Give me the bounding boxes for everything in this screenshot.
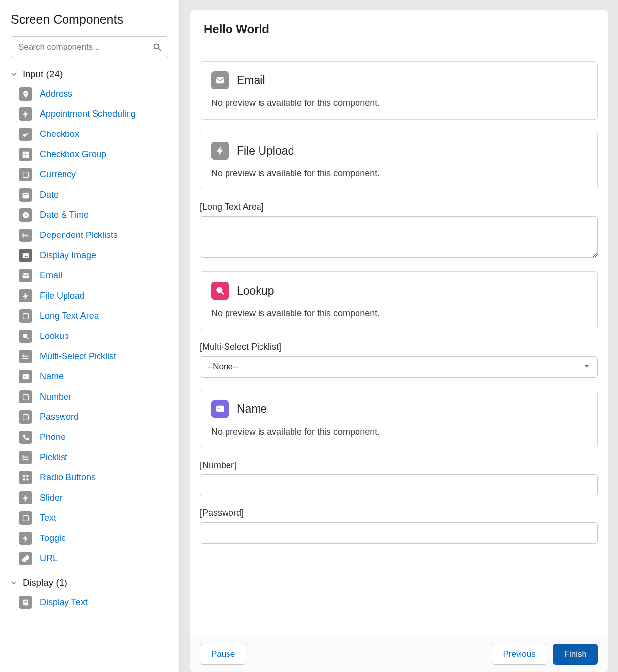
component-label: Lookup: [40, 331, 69, 341]
component-label: Number: [40, 392, 71, 402]
preview-block[interactable]: File UploadNo preview is available for t…: [200, 132, 598, 190]
svg-rect-6: [26, 155, 28, 157]
component-item[interactable]: Number: [0, 387, 179, 407]
svg-point-42: [26, 475, 28, 477]
component-item[interactable]: Text: [0, 508, 179, 528]
svg-point-21: [23, 334, 27, 337]
component-item[interactable]: Checkbox: [0, 124, 179, 144]
component-label: Date: [40, 190, 59, 200]
component-label: Address: [40, 89, 72, 99]
component-item[interactable]: Name: [0, 367, 179, 387]
link-icon: [19, 552, 32, 565]
bolt-icon: [211, 142, 229, 160]
component-label: File Upload: [40, 291, 85, 301]
search-icon: [211, 282, 229, 300]
component-item[interactable]: Phone: [0, 427, 179, 447]
svg-rect-4: [26, 152, 28, 154]
search-box[interactable]: [11, 36, 168, 58]
box-icon: [19, 410, 32, 424]
component-label: Long Text Area: [40, 311, 99, 321]
svg-line-52: [222, 292, 224, 295]
component-label: Password: [40, 412, 79, 422]
component-item[interactable]: File Upload: [0, 286, 179, 306]
svg-rect-57: [221, 409, 223, 409]
component-item[interactable]: Lookup: [0, 326, 179, 346]
box-icon: [19, 390, 32, 403]
component-item[interactable]: Email: [0, 266, 179, 286]
component-label: Display Image: [40, 250, 96, 261]
multi-select-picklist[interactable]: --None--: [200, 356, 598, 378]
component-item[interactable]: Multi-Select Picklist: [0, 346, 179, 367]
component-item[interactable]: URL: [0, 548, 179, 569]
bolt-icon: [19, 107, 32, 121]
mail-icon: [211, 71, 229, 89]
component-item[interactable]: Checkbox Group: [0, 144, 179, 165]
svg-point-39: [23, 457, 23, 458]
component-item[interactable]: Display Text: [0, 592, 179, 612]
svg-line-1: [159, 49, 161, 51]
preview-subtext: No preview is available for this compone…: [211, 98, 586, 108]
box-icon: [19, 309, 32, 323]
group-label: Display (1): [23, 577, 67, 588]
component-item[interactable]: Password: [0, 407, 179, 427]
password-input[interactable]: [200, 522, 598, 544]
phone-icon: [19, 431, 32, 444]
field-label: [Password]: [200, 508, 598, 518]
check-icon: [19, 128, 32, 141]
preview-block[interactable]: EmailNo preview is available for this co…: [200, 61, 598, 120]
number-input[interactable]: [200, 474, 598, 496]
component-item[interactable]: Appointment Scheduling: [0, 104, 179, 124]
preview-block[interactable]: LookupNo preview is available for this c…: [200, 271, 598, 330]
svg-rect-31: [26, 376, 28, 376]
image-icon: [19, 249, 32, 262]
component-item[interactable]: Display Image: [0, 245, 179, 266]
component-item[interactable]: Picklist: [0, 447, 179, 468]
component-item[interactable]: Slider: [0, 488, 179, 508]
svg-rect-8: [23, 193, 29, 198]
card-footer: Pause Previous Finish: [190, 637, 608, 672]
component-item[interactable]: Address: [0, 84, 179, 104]
box-icon: [19, 168, 32, 181]
previous-button[interactable]: Previous: [492, 644, 547, 665]
svg-rect-32: [26, 377, 28, 377]
component-item[interactable]: Date: [0, 185, 179, 205]
component-item[interactable]: Date & Time: [0, 205, 179, 225]
sidebar: Screen Components Input (24)AddressAppoi…: [0, 0, 180, 672]
component-item[interactable]: Dependent Picklists: [0, 225, 179, 245]
component-item[interactable]: Toggle: [0, 528, 179, 548]
list-icon: [19, 350, 32, 363]
svg-rect-33: [23, 394, 28, 400]
component-item[interactable]: Long Text Area: [0, 306, 179, 326]
finish-button[interactable]: Finish: [553, 644, 598, 665]
preview-title: Email: [237, 74, 265, 87]
svg-point-15: [23, 235, 23, 235]
preview-subtext: No preview is available for this compone…: [211, 168, 586, 179]
group-header-input[interactable]: Input (24): [0, 65, 179, 84]
group-header-display[interactable]: Display (1): [0, 573, 179, 592]
field-label: [Long Text Area]: [200, 202, 598, 212]
search-icon: [152, 42, 162, 52]
long-text-area-input[interactable]: [200, 216, 598, 258]
mail-icon: [19, 269, 32, 282]
component-item[interactable]: Radio Buttons: [0, 468, 179, 488]
svg-rect-3: [23, 152, 25, 154]
svg-point-40: [23, 459, 23, 459]
search-icon: [19, 330, 32, 343]
preview-subtext: No preview is available for this compone…: [211, 427, 586, 437]
id-icon: [19, 370, 32, 383]
svg-point-44: [26, 478, 28, 480]
search-input[interactable]: [18, 42, 147, 52]
svg-rect-7: [23, 172, 28, 177]
preview-title: Name: [237, 403, 267, 416]
list-icon: [19, 229, 32, 242]
svg-point-30: [24, 376, 25, 377]
pause-button[interactable]: Pause: [200, 644, 246, 665]
component-label: Appointment Scheduling: [40, 109, 136, 119]
svg-point-27: [23, 356, 23, 357]
preview-title: File Upload: [237, 144, 294, 158]
preview-block[interactable]: NameNo preview is available for this com…: [200, 390, 598, 448]
component-label: Date & Time: [40, 210, 89, 220]
svg-point-55: [218, 408, 220, 409]
component-item[interactable]: Currency: [0, 165, 179, 185]
svg-point-16: [23, 236, 23, 237]
